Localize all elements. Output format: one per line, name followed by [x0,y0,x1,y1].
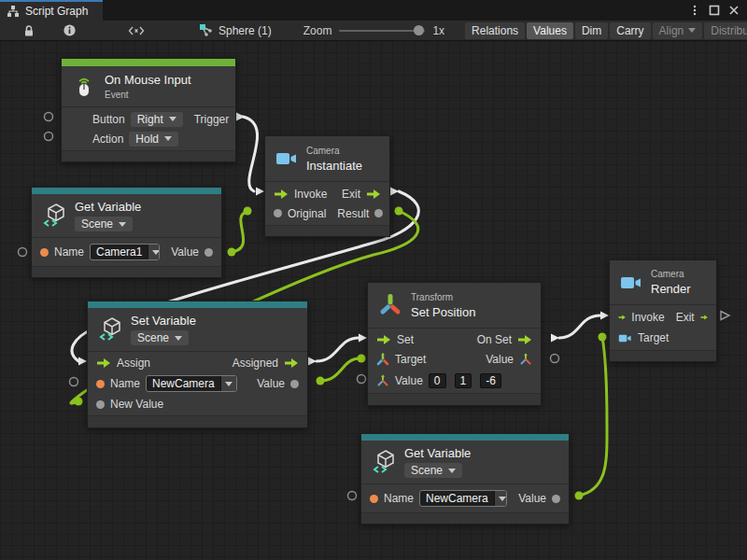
camera-port-icon[interactable] [618,333,632,343]
wire-value-to-target[interactable] [320,358,359,381]
flow-in-icon[interactable] [376,334,391,345]
maximize-icon[interactable] [706,2,723,19]
zoom-slider[interactable] [339,30,425,32]
node-footer [265,225,389,236]
unity-variable-icon [42,203,66,228]
port-row-original-result: Original Result [265,203,389,223]
scope-dropdown[interactable]: Scene [75,217,133,231]
breadcrumb-label: Sphere (1) [218,24,272,37]
node-header[interactable]: Get Variable Scene [32,194,221,238]
zoom-slider-handle[interactable] [414,25,424,35]
string-in-port[interactable] [40,248,49,257]
port-row-name-value: Name Camera1 Value [32,240,221,264]
node-footer [62,150,235,161]
info-icon [63,23,77,37]
vector-z-field[interactable]: -6 [480,373,501,388]
window-controls [686,0,747,21]
flow-in-icon[interactable] [96,357,111,369]
node-header[interactable]: Get Variable Scene [361,441,569,484]
string-in-port[interactable] [96,380,105,388]
node-subtitle: Event [105,90,191,100]
node-title: Get Variable [404,446,471,460]
view-toggle-group: Relations Values Dim Carry Align Distrib… [465,22,747,39]
vector-y-field[interactable]: 1 [455,373,472,388]
node-camera-render[interactable]: Camera Render Invoke Exit Tar [609,259,717,362]
action-dropdown[interactable]: Hold [129,132,178,147]
flow-in-icon[interactable] [274,189,289,200]
flow-out-icon[interactable] [517,334,532,345]
flow-out-icon[interactable] [366,189,381,200]
graph-toolbar: Sphere (1) Zoom 1x Relations Values Dim … [0,21,747,41]
node-header[interactable]: Set Variable Scene [88,308,307,352]
variable-name-field[interactable]: NewCamera [419,490,507,507]
relations-button[interactable]: Relations [465,22,525,39]
wire-onset-to-invoke[interactable] [559,315,600,338]
variable-accent-bar [88,301,307,308]
info-button[interactable] [54,21,85,41]
value-out-port[interactable] [552,495,560,503]
wire-newcamera-to-target[interactable] [579,337,607,496]
node-get-variable-newcamera[interactable]: Get Variable Scene Name NewCamera [360,433,570,525]
carry-button[interactable]: Carry [610,22,650,39]
value-out-port[interactable] [374,209,383,217]
transform-port-icon[interactable] [376,353,389,366]
variable-name-field[interactable]: NewCamera [146,375,237,392]
wire-trigger-to-invoke[interactable] [243,117,258,191]
scope-dropdown[interactable]: Scene [404,463,462,478]
chevron-down-icon[interactable] [220,376,236,391]
button-dropdown[interactable]: Right [131,112,183,127]
node-set-variable[interactable]: Set Variable Scene Assign Assigned [87,301,308,428]
align-dropdown[interactable]: Align [653,22,703,39]
variable-name-field[interactable]: Camera1 [90,244,160,260]
breadcrumb[interactable]: Sphere (1) [199,23,272,37]
flow-out-icon[interactable] [284,357,299,369]
zoom-value: 1x [432,24,444,37]
vector3-port-icon[interactable] [519,353,532,366]
node-footer [88,415,307,427]
flow-in-icon[interactable] [618,312,626,323]
chevron-down-icon[interactable] [494,491,507,506]
node-title: Set Position [411,305,475,319]
tab-script-graph[interactable]: Script Graph [0,0,103,21]
string-in-port[interactable] [370,495,378,503]
vector-x-field[interactable]: 0 [429,373,446,388]
node-header[interactable]: Camera Render [610,260,716,305]
vector3-port-icon[interactable] [376,374,389,387]
event-accent-bar [62,59,235,66]
port-row-name-value: Name NewCamera Value [88,372,307,395]
node-get-variable-camera1[interactable]: Get Variable Scene Name Camera1 [31,187,222,278]
chevron-down-icon [164,136,172,141]
tab-label: Script Graph [25,5,88,18]
scope-dropdown[interactable]: Scene [131,330,189,345]
value-out-port[interactable] [204,248,213,257]
flow-out-icon[interactable] [700,312,708,323]
kebab-menu-icon[interactable] [686,2,703,19]
node-category: Transform [411,292,475,302]
node-transform-set-position[interactable]: Transform Set Position Set On Set [367,282,542,406]
lock-button[interactable] [13,21,45,41]
node-header[interactable]: Transform Set Position [368,283,541,329]
value-in-port[interactable] [96,400,105,409]
zoom-label: Zoom [303,24,332,37]
tab-strip: Script Graph [0,0,747,21]
chevron-down-icon[interactable] [148,245,160,259]
close-icon[interactable] [726,2,742,19]
chevron-down-icon [175,336,182,341]
distribute-dropdown[interactable]: Distribute [704,22,747,39]
code-view-button[interactable] [119,21,154,41]
wire-assigned-to-set[interactable] [317,338,359,361]
values-button[interactable]: Values [527,22,573,39]
value-out-port[interactable] [290,380,299,388]
node-header[interactable]: Camera Instantiate [265,136,389,182]
port-row-invoke-exit: Invoke Exit [610,307,716,328]
node-on-mouse-input[interactable]: On Mouse Input Event Button Right Trigge… [61,58,236,162]
dim-button[interactable]: Dim [575,22,608,39]
graph-canvas[interactable]: On Mouse Input Event Button Right Trigge… [0,41,747,560]
wire-camera1-to-original[interactable] [232,212,247,252]
node-header[interactable]: On Mouse Input Event [62,66,235,107]
node-camera-instantiate[interactable]: Camera Instantiate Invoke Exit Original … [264,135,390,237]
chevron-down-icon [119,222,126,227]
value-in-port[interactable] [274,209,282,217]
node-title: Set Variable [131,314,196,328]
port-row-button: Button Right Trigger [62,109,235,129]
